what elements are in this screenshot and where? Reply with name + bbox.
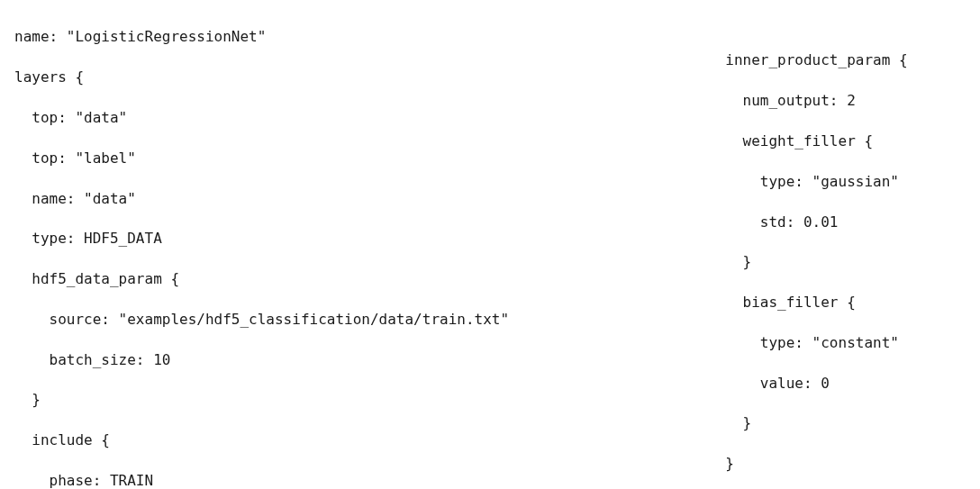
code-line: top: "data" <box>14 108 708 128</box>
code-line: include { <box>14 430 708 450</box>
code-line: } <box>708 252 908 272</box>
code-line: hdf5_data_param { <box>14 269 708 289</box>
code-line: phase: TRAIN <box>14 471 708 489</box>
code-line: } <box>708 413 908 433</box>
code-line: value: 0 <box>708 374 908 394</box>
code-line: bias_filler { <box>708 293 908 312</box>
code-line: name: "LogisticRegressionNet" <box>14 27 708 47</box>
code-line: source: "examples/hdf5_classification/da… <box>14 310 708 330</box>
code-line: } <box>14 390 708 410</box>
code-line: batch_size: 10 <box>14 350 708 370</box>
code-line: type: "gaussian" <box>708 172 908 192</box>
code-line: inner_product_param { <box>708 50 908 70</box>
code-line: top: "label" <box>14 149 708 168</box>
code-column-right: inner_product_param { num_output: 2 weig… <box>708 7 908 489</box>
code-columns: name: "LogisticRegressionNet" layers { t… <box>14 7 980 489</box>
code-line: num_output: 2 <box>708 91 908 111</box>
code-line: name: "data" <box>14 189 708 209</box>
code-line: type: HDF5_DATA <box>14 229 708 249</box>
code-line: layers { <box>14 68 708 87</box>
code-column-left: name: "LogisticRegressionNet" layers { t… <box>14 7 708 489</box>
code-line: weight_filler { <box>708 131 908 151</box>
code-line: } <box>708 454 908 474</box>
code-line: std: 0.01 <box>708 213 908 232</box>
code-line: type: "constant" <box>708 333 908 353</box>
